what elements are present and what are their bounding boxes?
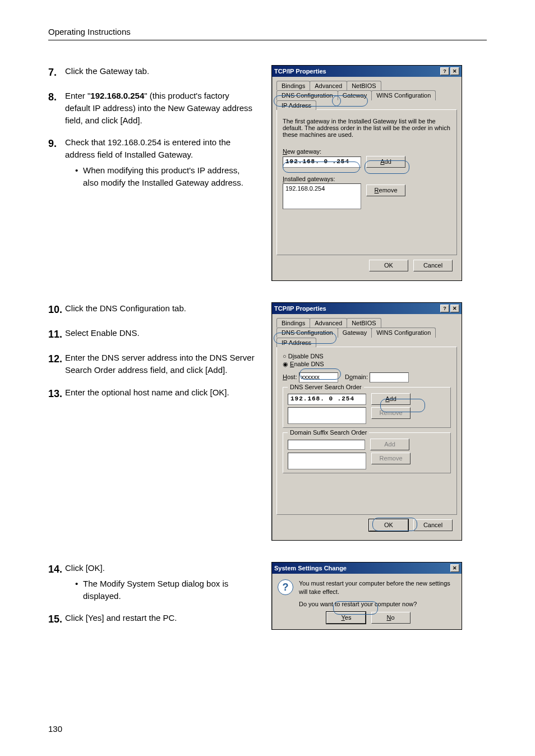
no-button[interactable]: No (371, 612, 411, 624)
installed-gateways-list[interactable]: 192.168.0.254 (283, 183, 361, 209)
step-number: 11. (48, 327, 65, 342)
bullet-dot-icon: • (75, 578, 83, 590)
tab-bindings[interactable]: Bindings (276, 81, 310, 90)
dialog-title: System Settings Change (274, 565, 449, 571)
tab-bindings[interactable]: Bindings (276, 318, 310, 328)
domain-suffix-label: Domain Suffix Search Order (288, 429, 369, 436)
cancel-button[interactable]: Cancel (413, 260, 453, 271)
step-text: Enter "192.168.0.254" (this product's fa… (65, 90, 256, 126)
tab-dns-config[interactable]: DNS Configuration (276, 328, 338, 338)
step-14: 14. Click [OK]. • The Modify System Setu… (48, 562, 256, 602)
tcpip-properties-gateway-dialog: TCP/IP Properties ? ✕ Bindings Advanced … (271, 65, 462, 281)
domain-suffix-group: Domain Suffix Search Order Add Remove (283, 432, 451, 473)
step-number: 12. (48, 352, 65, 366)
step-bullet: • When modifying this product's IP addre… (75, 164, 256, 189)
step-text: Click [OK]. (65, 563, 105, 573)
tab-advanced[interactable]: Advanced (310, 81, 347, 90)
add-gateway-button[interactable]: Add (366, 156, 405, 168)
help-button[interactable]: ? (440, 67, 449, 75)
step-7: 7. Click the Gateway tab. (48, 65, 256, 80)
host-label: H (283, 374, 287, 380)
page-number: 130 (48, 724, 62, 734)
step-12: 12. Enter the DNS server address into th… (48, 352, 256, 376)
cancel-button[interactable]: Cancel (413, 519, 453, 531)
step-text: Enter the DNS server address into the DN… (65, 352, 256, 376)
step-number: 14. (48, 562, 65, 577)
enable-dns-radio[interactable]: Enable DNS (283, 361, 451, 368)
tab-dns-config[interactable]: DNS Configuration (276, 90, 338, 100)
tab-gateway[interactable]: Gateway (338, 328, 372, 338)
step-number: 13. (48, 386, 65, 401)
close-button[interactable]: ✕ (450, 67, 459, 75)
tab-wins-config[interactable]: WINS Configuration (371, 328, 436, 338)
close-button[interactable]: ✕ (450, 305, 459, 312)
yes-button[interactable]: Yes (326, 612, 366, 624)
dns-server-list[interactable] (288, 407, 366, 424)
restart-message-1: You must restart your computer before th… (299, 579, 456, 597)
running-head: Operating Instructions (48, 27, 487, 40)
remove-gateway-button[interactable]: Remove (366, 185, 405, 196)
step-text: Select Enable DNS. (65, 327, 256, 339)
suffix-input[interactable] (288, 440, 365, 450)
step-list-c: 14. Click [OK]. • The Modify System Setu… (48, 562, 256, 626)
step-text: Click the Gateway tab. (65, 65, 256, 77)
tab-advanced[interactable]: Advanced (310, 318, 347, 328)
step-13: 13. Enter the optional host name and cli… (48, 386, 256, 401)
bullet-dot-icon: • (75, 164, 83, 177)
step-10: 10. Click the DNS Configuration tab. (48, 302, 256, 317)
step-11: 11. Select Enable DNS. (48, 327, 256, 342)
suffix-add-button[interactable]: Add (370, 439, 409, 450)
ok-button[interactable]: OK (369, 260, 408, 271)
tab-netbios[interactable]: NetBIOS (347, 318, 381, 328)
step-9: 9. Check that 192.168.0.254 is entered i… (48, 136, 256, 188)
dialog-title: TCP/IP Properties (274, 68, 439, 75)
dns-server-input[interactable]: 192.168. 0 .254 (288, 394, 366, 405)
ok-button[interactable]: OK (369, 519, 408, 531)
suffix-remove-button[interactable]: Remove (371, 453, 411, 464)
step-text: Enter the optional host name and click [… (65, 386, 256, 399)
dns-search-order-group: DNS Server Search Order 192.168. 0 .254 … (283, 387, 451, 428)
dns-remove-button[interactable]: Remove (371, 407, 411, 419)
restart-message-2: Do you want to restart your computer now… (299, 600, 456, 609)
close-button[interactable]: ✕ (450, 564, 459, 572)
question-icon: ? (278, 579, 293, 595)
dialog-title: TCP/IP Properties (274, 305, 439, 312)
step-number: 7. (48, 65, 65, 80)
tab-row: Bindings Advanced NetBIOS DNS Configurat… (276, 317, 457, 347)
step-text: Click the DNS Configuration tab. (65, 302, 256, 315)
help-button[interactable]: ? (440, 305, 449, 312)
dns-add-button[interactable]: Add (371, 393, 411, 405)
step-text: Click [Yes] and restart the PC. (65, 612, 256, 624)
gateway-help-text: The first gateway in the Installed Gatew… (283, 118, 451, 138)
tab-wins-config[interactable]: WINS Configuration (371, 90, 436, 100)
tab-row: Bindings Advanced NetBIOS DNS Configurat… (276, 80, 457, 109)
tab-ip-address[interactable]: IP Address (276, 338, 316, 347)
disable-dns-radio[interactable]: Disable DNS (283, 353, 451, 359)
host-input[interactable]: xxxxxx (299, 372, 338, 382)
step-text-prefix: Enter " (65, 91, 90, 100)
tab-ip-address[interactable]: IP Address (276, 100, 316, 110)
tab-netbios[interactable]: NetBIOS (347, 81, 381, 90)
step-number: 9. (48, 136, 65, 151)
system-settings-change-dialog: System Settings Change ✕ ? You must rest… (271, 562, 462, 630)
step-text-bold: 192.168.0.254 (90, 91, 144, 100)
suffix-list[interactable] (288, 453, 366, 469)
titlebar: TCP/IP Properties ? ✕ (272, 66, 462, 77)
step-list-a: 7. Click the Gateway tab. 8. Enter "192.… (48, 65, 256, 188)
dns-search-order-label: DNS Server Search Order (288, 384, 364, 390)
domain-input[interactable] (370, 372, 409, 382)
step-list-b: 10. Click the DNS Configuration tab. 11.… (48, 302, 256, 401)
step-8: 8. Enter "192.168.0.254" (this product's… (48, 90, 256, 126)
titlebar: TCP/IP Properties ? ✕ (272, 303, 462, 314)
new-gateway-label: New gateway: (283, 148, 451, 155)
step-number: 15. (48, 612, 65, 626)
installed-gateways-label: Installed gateways: (283, 176, 451, 182)
bullet-text: The Modify System Setup dialog box is di… (83, 578, 256, 602)
titlebar: System Settings Change ✕ (272, 563, 462, 574)
new-gateway-input[interactable]: 192.168. 0 .254 (283, 156, 361, 168)
tcpip-properties-dns-dialog: TCP/IP Properties ? ✕ Bindings Advanced … (271, 302, 462, 541)
step-number: 8. (48, 90, 65, 104)
tab-gateway[interactable]: Gateway (338, 90, 372, 100)
domain-label: Domain: (345, 374, 368, 380)
step-bullet: • The Modify System Setup dialog box is … (75, 578, 256, 602)
